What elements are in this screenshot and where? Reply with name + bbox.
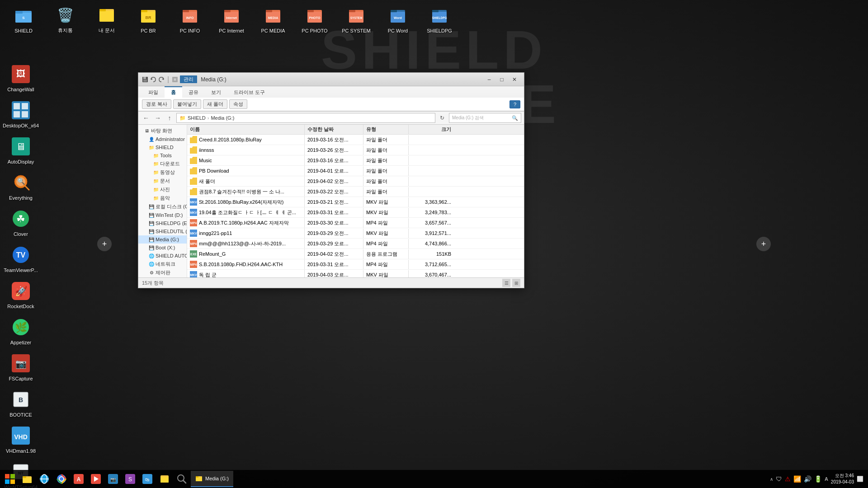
col-header-date[interactable]: 수정한 날짜	[305, 125, 363, 134]
taskbar-store[interactable]: 🛍	[139, 471, 156, 487]
start-button[interactable]	[2, 471, 18, 487]
back-button[interactable]: ←	[141, 113, 151, 123]
desktop-icon-pc-word[interactable]: Word PC Word	[382, 5, 414, 33]
minimize-button[interactable]: –	[483, 75, 495, 84]
taskbar-active-media[interactable]: Media (G:)	[191, 471, 233, 487]
tree-item-media[interactable]: 💾 Media (G:)	[138, 235, 187, 244]
col-header-size[interactable]: 크기	[409, 125, 454, 134]
desktop-icon-my-doc[interactable]: 내 문서	[90, 4, 123, 34]
desktop-icon-changewall[interactable]: 🖼 ChangeWall	[5, 63, 37, 92]
desktop-icon-pc-info[interactable]: INFO PC INFO	[174, 5, 206, 33]
ribbon-properties[interactable]: 속성	[229, 99, 247, 109]
tree-item-photos[interactable]: 📁 사진	[138, 185, 187, 194]
tab-drive-tools[interactable]: 드라이브 도구	[227, 86, 271, 98]
desktop-icon-fscapture[interactable]: 📷 FSCapture	[5, 352, 37, 381]
side-arrow-right[interactable]: +	[756, 237, 771, 251]
tray-clock[interactable]: 오전 3:46 2019-04-03	[831, 473, 854, 485]
tree-item-shieldutil[interactable]: 💾 SHIELDUTIL (F:)	[138, 227, 187, 235]
file-row[interactable]: PB Download 2019-04-01 오르... 파일 폴더	[187, 166, 524, 176]
taskbar-explorer2[interactable]	[156, 471, 173, 487]
taskbar-app1[interactable]: A	[71, 471, 87, 487]
tree-item-local-c[interactable]: 💾 로컬 디스크 (C:)	[138, 202, 187, 211]
active-ribbon-tab[interactable]: 관리	[180, 75, 197, 83]
desktop-icon-pc-media[interactable]: MEDIA PC MEDIA	[257, 5, 289, 33]
tree-item-control[interactable]: ⚙ 제어판	[138, 268, 187, 277]
ribbon-new-folder[interactable]: 새 폴더	[203, 99, 227, 109]
tree-item-desktop[interactable]: 🖥 바탕 화면	[138, 127, 187, 135]
tree-item-music[interactable]: 📁 음악	[138, 194, 187, 202]
tab-home[interactable]: 홈	[165, 86, 182, 98]
desktop-icon-vhdman[interactable]: VHD VHDman1.98	[5, 425, 37, 454]
up-button[interactable]: ↑	[165, 113, 175, 123]
col-header-type[interactable]: 유형	[363, 125, 409, 134]
desktop-icon-bootice[interactable]: B BOOTICE	[5, 389, 37, 418]
desktop-icon-shieldpg[interactable]: SHIELDPG SHIELDPG	[423, 5, 456, 33]
file-row[interactable]: MP4A.B.2019.TC.1080p.H264.AAC 자제자막 2019-…	[187, 218, 524, 228]
maximize-button[interactable]: □	[496, 75, 508, 84]
close-button[interactable]: ✕	[509, 75, 520, 84]
taskbar-chrome[interactable]	[53, 471, 70, 487]
address-path[interactable]: 📁 SHIELD › Media (G:)	[176, 113, 435, 123]
tree-item-video[interactable]: 📁 동영상	[138, 168, 187, 177]
desktop-icon-teamviewer[interactable]: TV TeamViewerP...	[5, 244, 37, 273]
view-details-button[interactable]: ☰	[502, 279, 510, 287]
desktop-icon-pc-system[interactable]: SYSTEM PC SYSTEM	[340, 5, 373, 33]
file-row[interactable]: MP4mm@@@hh1123@@-사-바-하-2019... 2019-03-2…	[187, 239, 524, 249]
tree-item-wintest[interactable]: 💾 WinTest (D:)	[138, 211, 187, 219]
tree-item-shield[interactable]: 📁 SHIELD	[138, 143, 187, 151]
desktop-icon-pc-photo[interactable]: PHOTO PC PHOTO	[298, 5, 331, 33]
desktop-icon-autodisplay[interactable]: 🖥 AutoDisplay	[5, 136, 37, 164]
file-row[interactable]: MKV독 립 군 2019-04-03 오르... MKV 파일 3,670,4…	[187, 270, 524, 277]
tab-share[interactable]: 공유	[182, 86, 205, 98]
side-arrow-left[interactable]: +	[97, 237, 112, 251]
desktop-icon-recycle[interactable]: 🗑️ 휴지통	[49, 4, 81, 34]
desktop-icon-appetizer[interactable]: 🌿 Appetizer	[5, 316, 37, 345]
desktop-icon-everything[interactable]: 🔍 Everything	[5, 172, 37, 201]
tree-item-shield-auto[interactable]: 🌐 SHIELD AUTO	[138, 252, 187, 260]
file-row[interactable]: MKVinngg221-pp11 2019-03-29 오전... MKV 파일…	[187, 228, 524, 239]
search-box[interactable]: Media (G:) 검색 🔍	[449, 113, 521, 123]
desktop-icon-clover[interactable]: ☘ Clover	[5, 208, 37, 237]
tree-item-tools[interactable]: 📁 Tools	[138, 151, 187, 160]
desktop-icon-pc-br[interactable]: BR PC BR	[132, 5, 165, 33]
taskbar-file-explorer[interactable]	[19, 471, 35, 487]
ribbon-help[interactable]: ?	[509, 100, 520, 108]
tab-file[interactable]: 파일	[142, 86, 165, 98]
file-row[interactable]: EXEReMount_G 2019-04-02 오전... 응용 프로그램 15…	[187, 249, 524, 259]
file-row[interactable]: MKV19.04홀 조고화질ㄷ ㅏㄷ ㅏ[ㅡ ㄷ ㅔ ㅔ 곤... 2019-0…	[187, 207, 524, 218]
tree-item-network[interactable]: 🌐 네트워크	[138, 260, 187, 268]
taskbar-app3[interactable]: S	[122, 471, 138, 487]
file-row[interactable]: Music 2019-03-16 오르... 파일 폴더	[187, 155, 524, 166]
refresh-button[interactable]: ↻	[437, 113, 447, 123]
tree-item-boot[interactable]: 💾 Boot (X:)	[138, 244, 187, 252]
forward-button[interactable]: →	[153, 113, 163, 123]
tray-ime-icon[interactable]: A	[825, 476, 828, 482]
tree-item-docs[interactable]: 📁 문서	[138, 177, 187, 185]
tray-expand[interactable]: ∧	[770, 477, 773, 482]
file-row[interactable]: 새 폴더 2019-04-02 오전... 파일 폴더	[187, 176, 524, 187]
address-part-media[interactable]: Media (G:)	[211, 115, 234, 121]
tray-show-desktop[interactable]: ⬜	[857, 476, 863, 482]
taskbar-media-player[interactable]	[88, 471, 104, 487]
desktop-icon-pc-internet[interactable]: Internet PC Internet	[215, 5, 248, 33]
file-row[interactable]: Creed.II.2018.1080p.BluRay 2019-03-16 오전…	[187, 135, 524, 145]
address-part-shield[interactable]: SHIELD	[188, 115, 206, 121]
taskbar-search[interactable]	[174, 471, 190, 487]
file-row[interactable]: iinnsss 2019-03-26 오전... 파일 폴더	[187, 145, 524, 155]
tree-item-administrator[interactable]: 👤 Administrator	[138, 135, 187, 143]
ribbon-paste[interactable]: 붙여넣기	[173, 99, 201, 109]
file-row[interactable]: 권점8.7 슬겨진수적!! 이병원 一 소 나... 2019-03-22 오전…	[187, 187, 524, 197]
tree-item-downloads[interactable]: 📁 다운로드	[138, 160, 187, 168]
tree-item-shieldpg[interactable]: 💾 SHIELDPG (E:)	[138, 219, 187, 227]
file-row[interactable]: MP4S.B.2018.1080p.FHD.H264.AAC-KTH 2019-…	[187, 259, 524, 270]
file-row[interactable]: MKVSt.2016.1080p.BluRay.x264(자제자막) 2019-…	[187, 197, 524, 207]
taskbar-ie[interactable]	[36, 471, 52, 487]
view-tiles-button[interactable]: ⊞	[512, 279, 520, 287]
desktop-icon-rocketdock[interactable]: 🚀 RocketDock	[5, 280, 37, 309]
taskbar-app2[interactable]: 📷	[105, 471, 121, 487]
col-header-name[interactable]: 이름	[187, 125, 305, 134]
tab-view[interactable]: 보기	[205, 86, 227, 98]
desktop-icon-shield[interactable]: S SHIELD	[7, 5, 40, 33]
desktop-icon-desktopok[interactable]: DesktopOK_x64	[5, 99, 37, 128]
ribbon-copy-path[interactable]: 경로 복사	[142, 99, 171, 109]
